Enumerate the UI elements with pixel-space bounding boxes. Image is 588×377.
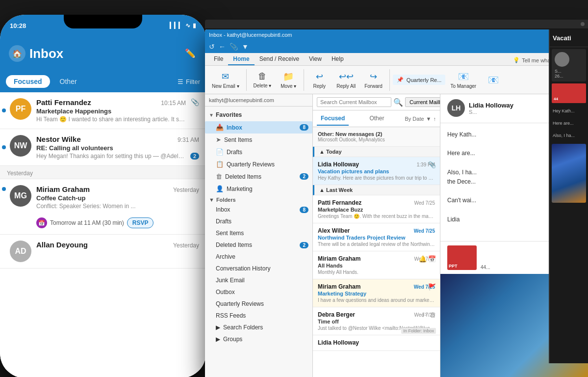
section-today: ▲ Today (313, 147, 440, 157)
sidebar-item-sent[interactable]: ➤ Sent Items (205, 134, 312, 146)
vacation-mini-card: S...26... (552, 49, 586, 81)
attachment-info: 44... (481, 245, 490, 270)
more-button[interactable]: 📧 (481, 73, 506, 87)
phone-tab-other[interactable]: Other (54, 75, 83, 88)
unread-indicator (2, 145, 6, 149)
sidebar-item-drafts-folder[interactable]: Drafts (205, 215, 312, 227)
email-notification[interactable]: Other: New messages (2) Microsoft Outloo… (313, 127, 440, 147)
sidebar-item-quarterly-folder[interactable]: Quarterly Reviews (205, 298, 312, 310)
phone-email-list: PF Patti Fernandez 10:15 AM Marketplace … (0, 92, 206, 377)
sidebar-item-outbox[interactable]: Outbox (205, 286, 312, 298)
sidebar-item-quarterly[interactable]: 📋 Quarterly Reviews (205, 158, 312, 170)
compose-icon[interactable]: ✏️ (183, 47, 197, 60)
email-list-tabs: Focused Other By Date ▼ ↑ (313, 110, 440, 127)
search-scope-button[interactable]: Current Mailbox ▼ (405, 97, 440, 107)
sidebar-item-archive-folder[interactable]: Archive (205, 251, 312, 263)
search-icon[interactable]: 🔍 (393, 98, 403, 107)
mini-avatar (555, 52, 569, 67)
attachment-size: 44... (481, 265, 490, 270)
tab-home[interactable]: Home (228, 54, 254, 65)
in-folder-badge: In Folder: Inbox (401, 328, 436, 334)
email-item-miriam-marketing[interactable]: Miriam Graham Wed 7/25 Marketing Strateg… (313, 279, 440, 307)
more-icon: 📧 (488, 75, 499, 85)
new-email-button[interactable]: ✉ New Email ▾ (208, 69, 243, 91)
refresh-icon[interactable]: ↺ (209, 43, 215, 51)
sidebar-item-search-folders[interactable]: ▶ Search Folders (205, 322, 312, 333)
vacation-side-panel: Vacati S...26... 44 Hey Kath...Here are.… (549, 29, 588, 363)
phone-email-item[interactable]: AD Allan Deyoung Yesterday (0, 235, 206, 269)
tab-view[interactable]: View (304, 54, 327, 65)
flag-icon: 🚩 (428, 283, 436, 291)
reply-button[interactable]: ↩ Reply (307, 69, 332, 91)
outbox-label: Outbox (216, 289, 308, 296)
sidebar-item-conv-history[interactable]: Conversation History (205, 263, 312, 274)
phone-email-item[interactable]: MG Miriam Graham Yesterday Coffee Catch-… (0, 179, 206, 235)
attachment-thumbnail[interactable]: PPT (447, 245, 477, 270)
email-item-miriam-allhands[interactable]: Miriam Graham Wed 7/25 All Hands Monthly… (313, 251, 440, 279)
tab-other[interactable]: Other (365, 112, 388, 126)
quarterly-icon: 📋 (216, 161, 224, 168)
dropdown-icon[interactable]: ▼ (242, 43, 249, 51)
avatar: NW (10, 135, 31, 157)
email-item-lidia[interactable]: Lidia Holloway 1:39 PM Vacation pictures… (313, 157, 440, 185)
attachment-icon: 📎 (191, 98, 199, 123)
email-subject: RE: Calling all volunteers (36, 144, 199, 152)
signal-icon: ▎▎▎ (170, 22, 183, 29)
sidebar-item-inbox-favorites[interactable]: 📥 Inbox 8 (205, 121, 312, 134)
folders-header[interactable]: ▼ Folders (205, 195, 312, 204)
marketing-label: Marketing (227, 186, 308, 192)
undo-icon[interactable]: ← (219, 43, 226, 51)
favorites-header[interactable]: ▼ Favorites (205, 108, 312, 121)
filter-label: Filter (186, 78, 200, 85)
deleted-badge: 2 (300, 173, 308, 180)
unread-indicator (2, 187, 6, 191)
email-preview: Monthly All Hands. (318, 269, 435, 275)
groups-chevron-icon: ▶ (216, 336, 220, 343)
phone-email-item[interactable]: NW Nestor Wilke 9:31 AM RE: Calling all … (0, 129, 206, 166)
sidebar-item-deleted-folder[interactable]: Deleted Items 2 (205, 239, 312, 251)
email-sender: Debra Berger (318, 311, 355, 318)
phone-device: 10:28 ▎▎▎ ∿ ▮ 🏠 Inbox ✏️ Focused Other ☰… (0, 15, 206, 377)
drafts-icon: 📄 (216, 148, 224, 156)
phone-email-item[interactable]: PF Patti Fernandez 10:15 AM Marketplace … (0, 92, 206, 129)
sidebar-item-junk[interactable]: Junk Email (205, 274, 312, 286)
phone-filter[interactable]: ☰ Filter (178, 78, 200, 85)
account-email: kathyt@lucernepubintl.com (205, 94, 312, 107)
email-time: Wed 7/25 (414, 200, 435, 206)
rsvp-button[interactable]: RSVP (127, 217, 154, 228)
sidebar-item-rss[interactable]: RSS Feeds (205, 310, 312, 322)
attach-icon[interactable]: 📎 (230, 43, 238, 51)
email-item-debra[interactable]: Debra Berger Wed 7/25 Time off Just talk… (313, 307, 440, 335)
attachment-type-label: PPT (449, 264, 458, 269)
email-item-lidia2[interactable]: Lidia Holloway (313, 335, 440, 351)
sort-control[interactable]: By Date ▼ ↑ (405, 116, 436, 122)
reply-all-icon: ↩↩ (339, 71, 354, 82)
delete-button[interactable]: 🗑 Delete ▾ (250, 69, 276, 90)
sidebar-item-deleted[interactable]: 🗑 Deleted Items 2 (205, 170, 312, 183)
tab-focused[interactable]: Focused (317, 112, 349, 126)
sidebar-item-drafts[interactable]: 📄 Drafts (205, 146, 312, 158)
quarterly-reviews-pinned[interactable]: 📌 Quarterly Re... (393, 75, 446, 85)
email-item-alex[interactable]: Alex Wilber Wed 7/25 Northwind Traders P… (313, 223, 440, 251)
email-list-panel: 🔍 Current Mailbox ▼ Focused Other By Dat… (313, 94, 440, 377)
forward-button[interactable]: ↪ Forward (360, 69, 386, 91)
phone-status-right: ▎▎▎ ∿ ▮ (170, 22, 196, 29)
sidebar-item-marketing[interactable]: 👤 Marketing (205, 183, 312, 195)
tab-help[interactable]: Help (327, 54, 349, 65)
favorites-label: Favorites (216, 111, 242, 118)
email-item-icons: 📎 (428, 161, 436, 168)
sidebar-item-groups[interactable]: ▶ Groups (205, 333, 312, 345)
email-top: Patti Fernandez 10:15 AM (36, 98, 186, 107)
sidebar-item-inbox-folder[interactable]: Inbox 8 (205, 204, 312, 215)
reply-all-button[interactable]: ↩↩ Reply All (332, 69, 359, 91)
tab-send-receive[interactable]: Send / Receive (255, 54, 304, 65)
move-button[interactable]: 📁 Move ▾ (276, 69, 301, 91)
email-item-patti[interactable]: Patti Fernandez Wed 7/25 Marketplace Buz… (313, 195, 440, 223)
tab-file[interactable]: File (209, 54, 228, 65)
to-manager-button[interactable]: 📧 To Manager (446, 69, 480, 91)
phone-tab-focused[interactable]: Focused (6, 75, 50, 88)
search-input[interactable] (317, 97, 391, 107)
email-time: 9:31 AM (178, 136, 199, 143)
sidebar-item-sent-folder[interactable]: Sent Items (205, 227, 312, 239)
wifi-icon: ∿ (185, 22, 190, 29)
